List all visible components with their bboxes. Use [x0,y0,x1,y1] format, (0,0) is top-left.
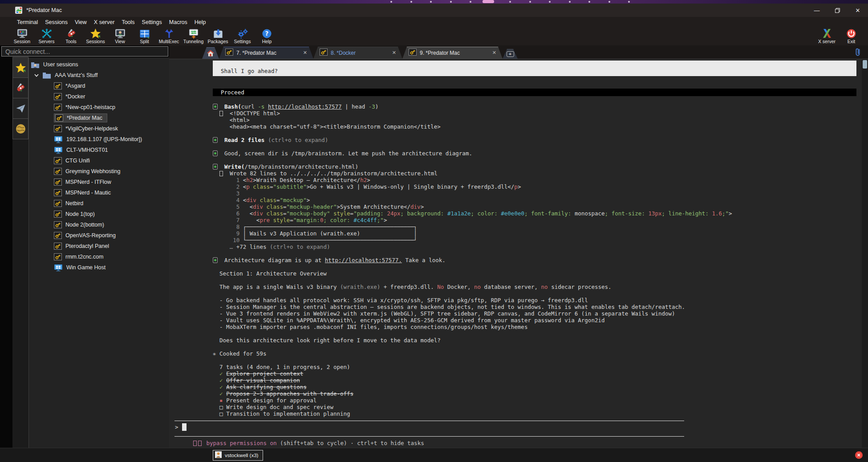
svg-text:?: ? [265,30,269,37]
tree-item-greyming-webhosting[interactable]: Greyming Webhosting [29,166,169,177]
tree-item-192-168-1-107-ups-monitor[interactable]: 192.168.1.107 ([UPS-Monitor]) [29,134,169,145]
swiss-knife-icon [15,83,26,93]
menu-item-x-server[interactable]: X server [90,18,118,26]
tree-item-pterodactyl-panel[interactable]: Pterodactyl Panel [29,241,169,251]
tree-item-label: Netbird [65,200,83,207]
sidebar-tab-paper-plane-icon[interactable] [12,98,28,119]
sidebar-body: User sessionsAAA Vantz's Stuff*Asgard*Do… [0,57,169,448]
toolbar-button-x-server[interactable]: X server [815,28,839,44]
sidebar-tab-star-icon[interactable] [12,57,28,78]
tree-item-docker[interactable]: *Docker [29,91,169,102]
toolbar-button-settings[interactable]: Settings [230,28,255,44]
paperclip-icon[interactable] [855,47,861,59]
tab-8-docker[interactable]: 8. *Docker✕ [313,47,402,59]
tab-close-icon[interactable]: ✕ [492,50,496,56]
menu-item-view[interactable]: View [71,18,90,26]
menu-item-terminal[interactable]: Terminal [13,18,41,26]
tree-item-ctg-unifi[interactable]: CTG Unifi [29,155,169,166]
toolbar-button-servers[interactable]: Servers [34,28,59,44]
tree-item-netbird[interactable]: Netbird [29,198,169,209]
tab-close-icon[interactable]: ✕ [392,50,396,56]
toolbar-button-view[interactable]: View [108,28,132,44]
tab-9-predator-mac[interactable]: 9. *Predator Mac✕ [402,47,503,59]
tab-7-predator-mac[interactable]: 7. *Predator Mac✕ [219,47,313,59]
tree-item-new-cp01-heistacp[interactable]: *New-cp01-heistacp [29,102,169,113]
minimize-button[interactable]: — [807,4,827,17]
toolbar-button-session[interactable]: Session [10,28,34,44]
tree-item-openvas-reporting[interactable]: OpenVAS-Reporting [29,230,169,241]
terminal-line [213,330,856,337]
tree-item-mspnerd-itflow[interactable]: MSPNerd - ITFlow [29,177,169,187]
tree-item-mspnerd-mautic[interactable]: MSPNerd - Mautic [29,187,169,198]
swiss-knife-icon [66,28,77,39]
menu-item-help[interactable]: Help [191,18,210,26]
menu-item-tools[interactable]: Tools [118,18,138,26]
tree-item-node-1-top[interactable]: Node 1(top) [29,209,169,219]
taskbar-dot [529,1,531,3]
screen: *Predator Mac —✕ TerminalSessionsViewX s… [0,0,868,462]
fast-forward-glyph-icon [193,441,197,446]
key-icon [54,93,62,100]
terminal-line: - Session Manager is the central abstrac… [213,304,856,310]
tree-item-label: User sessions [43,61,78,68]
claude-prompt[interactable]: > [174,421,856,433]
missing-glyph-icon [219,111,223,116]
tree-item-label: Node 2(bottom) [65,222,104,228]
terminal-line: □ Write design doc and spec review [213,404,856,410]
toolbar-button-multiexec[interactable]: MultiExec [157,28,181,44]
quick-connect-input[interactable] [1,46,168,57]
terminal-line: ✓ Explore project context [213,370,856,377]
terminal-line: Bash(curl -s http://localhost:57577 | he… [213,103,856,110]
menu-item-settings[interactable]: Settings [138,18,166,26]
sidebar-tab-globe-icon[interactable] [12,118,28,139]
toolbar-label: MultiExec [159,39,179,44]
tree-item-label: Win Game Host [66,264,105,271]
key-icon [54,82,62,89]
toolbar-button-help[interactable]: ?Help [255,28,279,44]
tree-item-label: *Docker [65,93,85,100]
key-icon [54,211,62,218]
toolbar: SessionServersToolsSessionsViewSplitMult… [0,28,868,45]
tree-item-aaa-vantz-s-stuff[interactable]: AAA Vantz's Stuff [29,70,169,81]
tree-item-predator-mac[interactable]: *Predator Mac [29,113,169,123]
close-button[interactable]: ✕ [848,4,868,17]
terminal[interactable]: Shall I go ahead? Proceed Bash(curl -s h… [169,59,868,448]
toolbar-button-packages[interactable]: Packages [206,28,230,44]
scrollbar-thumb[interactable] [863,60,867,69]
menu-item-macros[interactable]: Macros [166,18,191,26]
chevron-down-icon[interactable] [34,74,39,77]
terminal-line: ✳ Cooked for 59s [213,350,856,357]
toolbar-button-exit[interactable]: Exit [839,28,864,44]
user-session-button[interactable]: vstockwell (x3) [213,450,263,461]
tree-item-vigilcyber-helpdesk[interactable]: *VigilCyber-Helpdesk [29,123,169,134]
view-user-icon [114,28,126,39]
toolbar-button-split[interactable]: Split [132,28,157,44]
tree-item-asgard[interactable]: *Asgard [29,81,169,91]
terminal-line: 2 <p class="subtitle">Go + Wails v3 | Wi… [213,183,856,190]
toolbar-button-sessions[interactable]: Sessions [83,28,108,44]
terminal-scrollbar[interactable] [862,59,868,448]
terminal-line: … +72 lines (ctrl+o to expand) [213,243,856,250]
terminal-line [213,250,856,257]
maximize-button[interactable] [827,4,848,17]
user-icon [215,451,222,459]
tree-item-node-2-bottom[interactable]: Node 2(bottom) [29,219,169,230]
toolbar-button-tunneling[interactable]: Tunneling [181,28,206,44]
close-circle-icon[interactable]: ✕ [855,451,863,459]
tree-item-clt-vmhost01[interactable]: CLT-VMHOST01 [29,145,169,155]
tab-home[interactable] [202,47,219,59]
paper-plane-icon [16,104,26,113]
sidebar-tab-swiss-knife-icon[interactable] [12,77,28,98]
new-tab-button[interactable]: + [503,49,518,59]
tree-item-win-game-host[interactable]: Win Game Host [29,262,169,273]
toolbar-label: Help [262,39,272,44]
toolbar-button-tools[interactable]: Tools [59,28,83,44]
key-icon [54,189,62,196]
tree-item-label: *Predator Mac [67,115,102,121]
tree-item-rmm-t2cnc-com[interactable]: rmm.t2cnc.com [29,251,169,262]
menu-item-sessions[interactable]: Sessions [41,18,71,26]
tab-close-icon[interactable]: ✕ [303,50,307,56]
claude-selected-option[interactable]: Proceed [213,89,856,96]
terminal-line: ▪ Present design for approval [213,397,856,404]
tree-item-user-sessions[interactable]: User sessions [29,59,169,70]
